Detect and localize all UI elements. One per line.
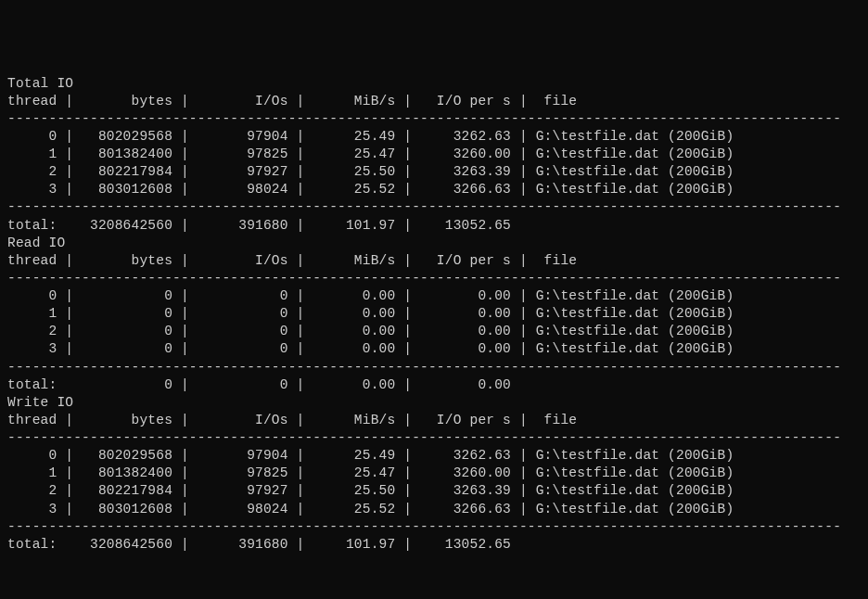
divider: ----------------------------------------… (7, 270, 861, 287)
table-row: 3 | 0 | 0 | 0.00 | 0.00 | G:\testfile.da… (7, 340, 861, 358)
table-row: 2 | 802217984 | 97927 | 25.50 | 3263.39 … (7, 482, 861, 500)
table-row: 2 | 0 | 0 | 0.00 | 0.00 | G:\testfile.da… (7, 323, 861, 340)
table-row: 3 | 803012608 | 98024 | 25.52 | 3266.63 … (7, 501, 861, 518)
total-row: total: 0 | 0 | 0.00 | 0.00 (7, 376, 861, 394)
table-row: 1 | 801382400 | 97825 | 25.47 | 3260.00 … (7, 146, 861, 163)
divider: ----------------------------------------… (7, 110, 861, 128)
terminal-output: Total IOthread | bytes | I/Os | MiB/s | … (7, 75, 861, 554)
table-row: 1 | 0 | 0 | 0.00 | 0.00 | G:\testfile.da… (7, 305, 861, 323)
table-row: 3 | 803012608 | 98024 | 25.52 | 3266.63 … (7, 181, 861, 198)
table-row: 0 | 802029568 | 97904 | 25.49 | 3262.63 … (7, 128, 861, 146)
table-header: thread | bytes | I/Os | MiB/s | I/O per … (7, 93, 861, 110)
divider: ----------------------------------------… (7, 518, 861, 536)
section-title: Read IO (7, 235, 861, 252)
table-row: 0 | 802029568 | 97904 | 25.49 | 3262.63 … (7, 447, 861, 465)
total-row: total: 3208642560 | 391680 | 101.97 | 13… (7, 217, 861, 235)
section-title: Write IO (7, 394, 861, 412)
table-row: 0 | 0 | 0 | 0.00 | 0.00 | G:\testfile.da… (7, 287, 861, 305)
table-header: thread | bytes | I/Os | MiB/s | I/O per … (7, 252, 861, 270)
divider: ----------------------------------------… (7, 429, 861, 447)
table-row: 2 | 802217984 | 97927 | 25.50 | 3263.39 … (7, 163, 861, 181)
total-row: total: 3208642560 | 391680 | 101.97 | 13… (7, 536, 861, 554)
table-header: thread | bytes | I/Os | MiB/s | I/O per … (7, 412, 861, 429)
table-row: 1 | 801382400 | 97825 | 25.47 | 3260.00 … (7, 465, 861, 482)
divider: ----------------------------------------… (7, 359, 861, 376)
divider: ----------------------------------------… (7, 198, 861, 216)
section-title: Total IO (7, 75, 861, 93)
